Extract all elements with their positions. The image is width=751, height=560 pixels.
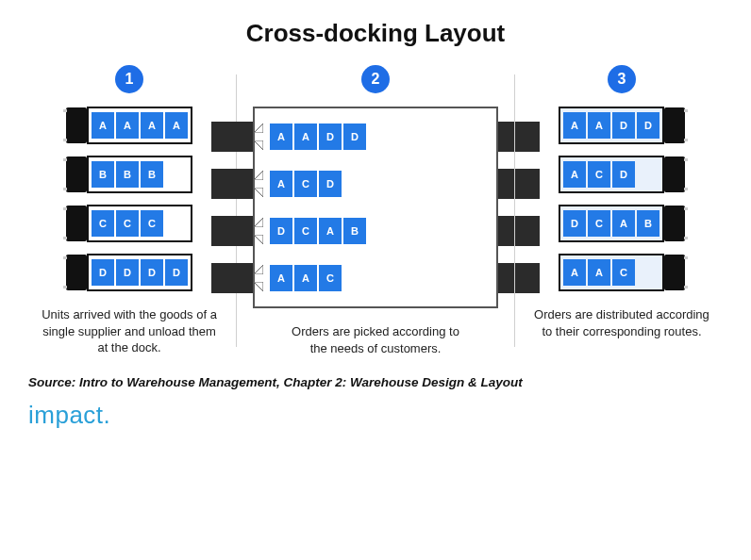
crate: D bbox=[92, 259, 114, 286]
dock-block-icon bbox=[211, 122, 253, 152]
crate: D bbox=[612, 112, 635, 139]
crate: B bbox=[92, 161, 114, 188]
truck-trailer: A A A A bbox=[87, 107, 192, 144]
truck-trailer: A A D D bbox=[559, 107, 664, 144]
stage-2-caption: Orders are picked according to the needs… bbox=[286, 323, 465, 356]
crate: A bbox=[294, 124, 317, 150]
truck-cab-icon bbox=[664, 255, 685, 290]
diagram-columns: 1 A A A A B B B bbox=[28, 65, 723, 356]
dock-door-icon bbox=[253, 169, 264, 199]
truck-trailer: C C C bbox=[87, 205, 192, 242]
crate: A bbox=[563, 161, 586, 188]
crate: D bbox=[116, 259, 139, 286]
stage-badge-3: 3 bbox=[608, 65, 636, 93]
dock-door-icon bbox=[253, 263, 264, 293]
impact-logo: impact. bbox=[28, 401, 723, 430]
truck-trailer: A C D bbox=[559, 156, 664, 193]
crate: B bbox=[343, 218, 366, 244]
crate: A bbox=[270, 265, 292, 291]
truck-trailer: B B B bbox=[87, 156, 192, 193]
crate: A bbox=[294, 265, 317, 291]
column-divider bbox=[236, 74, 237, 347]
diagram-title: Cross-docking Layout bbox=[28, 19, 723, 48]
outbound-trucks: A A D D A C D D C A bbox=[559, 107, 685, 291]
crate: A bbox=[612, 210, 635, 237]
crate: C bbox=[294, 171, 317, 197]
dock-block-icon bbox=[211, 263, 253, 293]
crate: D bbox=[563, 210, 586, 237]
truck: A A C bbox=[559, 254, 685, 291]
stage-3-caption: Orders are distributed according to thei… bbox=[532, 306, 711, 339]
crate: D bbox=[270, 218, 292, 244]
truck-cab-icon bbox=[66, 255, 87, 290]
crate: C bbox=[319, 265, 342, 291]
crate: C bbox=[588, 161, 610, 188]
crate: D bbox=[637, 112, 659, 139]
truck-trailer: A A C bbox=[559, 254, 664, 291]
truck: D D D D bbox=[66, 254, 192, 291]
crate: A bbox=[319, 218, 342, 244]
crate: D bbox=[141, 259, 163, 286]
source-citation: Source: Intro to Warehouse Management, C… bbox=[28, 375, 723, 389]
truck-cab-icon bbox=[664, 206, 685, 241]
crate: D bbox=[319, 171, 342, 197]
dock-door-icon bbox=[253, 122, 264, 152]
staging-area: A C D bbox=[270, 171, 342, 197]
truck: A A A A bbox=[66, 107, 192, 144]
crate: A bbox=[141, 112, 163, 139]
crate: C bbox=[141, 210, 163, 237]
stage-badge-1: 1 bbox=[115, 65, 143, 93]
crate: C bbox=[294, 218, 317, 244]
inbound-trucks: A A A A B B B C C C bbox=[66, 107, 192, 291]
dock-row: D C A B bbox=[255, 212, 496, 250]
crate: A bbox=[165, 112, 188, 139]
truck: D C A B bbox=[559, 205, 685, 242]
dock-row: A A C bbox=[255, 259, 496, 297]
column-inbound: 1 A A A A B B B bbox=[28, 65, 230, 356]
crate: C bbox=[588, 210, 610, 237]
dock-row: A A D D bbox=[255, 118, 496, 156]
crate: D bbox=[165, 259, 188, 286]
dock-block-icon bbox=[211, 216, 253, 246]
crate: B bbox=[637, 210, 659, 237]
truck-cab-icon bbox=[664, 156, 685, 192]
dock-block-icon bbox=[211, 169, 253, 199]
column-divider bbox=[514, 74, 515, 347]
staging-area: D C A B bbox=[270, 218, 366, 244]
crate: C bbox=[92, 210, 114, 237]
truck: A C D bbox=[559, 156, 685, 193]
crate: B bbox=[141, 161, 163, 188]
crate: D bbox=[343, 124, 366, 150]
crate: A bbox=[588, 259, 610, 286]
truck-cab-icon bbox=[66, 156, 87, 192]
crate: A bbox=[563, 259, 586, 286]
crate: A bbox=[116, 112, 139, 139]
truck-trailer: D D D D bbox=[87, 254, 192, 291]
dock-row: A C D bbox=[255, 165, 496, 203]
stage-1-caption: Units arrived with the goods of a single… bbox=[40, 306, 219, 356]
warehouse-floor: A A D D A C D bbox=[253, 107, 498, 308]
crate: A bbox=[270, 171, 292, 197]
truck-cab-icon bbox=[664, 107, 685, 143]
crate: A bbox=[563, 112, 586, 139]
truck: A A D D bbox=[559, 107, 685, 144]
dock-door-icon bbox=[253, 216, 264, 246]
crate: A bbox=[270, 124, 292, 150]
truck-cab-icon bbox=[66, 107, 87, 143]
truck: B B B bbox=[66, 156, 192, 193]
crate: C bbox=[116, 210, 139, 237]
crate: B bbox=[116, 161, 139, 188]
crate: A bbox=[588, 112, 610, 139]
crate: A bbox=[92, 112, 114, 139]
crate: D bbox=[612, 161, 635, 188]
crate: C bbox=[612, 259, 635, 286]
truck: C C C bbox=[66, 205, 192, 242]
column-warehouse: 2 A A D D bbox=[242, 65, 509, 356]
staging-area: A A C bbox=[270, 265, 342, 291]
column-outbound: 3 A A D D A C D bbox=[521, 65, 723, 356]
crate: D bbox=[319, 124, 342, 150]
staging-area: A A D D bbox=[270, 124, 366, 150]
truck-trailer: D C A B bbox=[559, 205, 664, 242]
truck-cab-icon bbox=[66, 206, 87, 241]
stage-badge-2: 2 bbox=[361, 65, 390, 93]
